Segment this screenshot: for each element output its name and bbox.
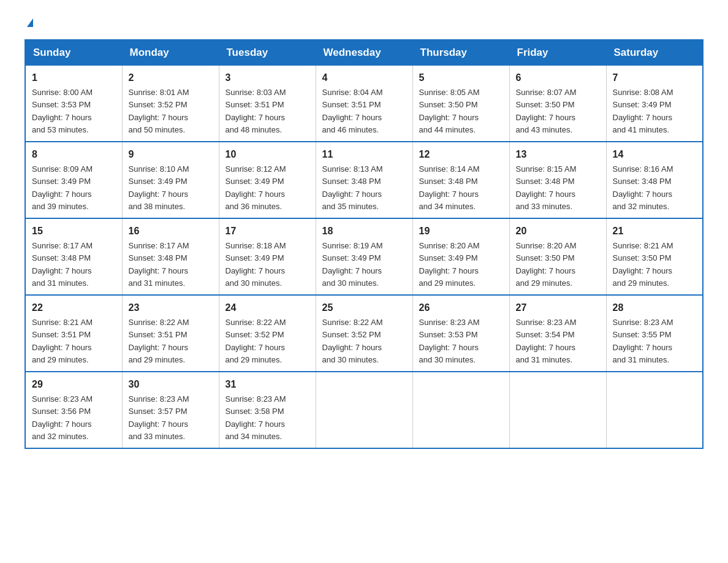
day-number: 5 [419, 71, 503, 85]
day-info: Sunrise: 8:23 AMSunset: 3:56 PMDaylight:… [32, 394, 93, 441]
day-number: 3 [226, 71, 309, 85]
calendar-day-11: 11 Sunrise: 8:13 AMSunset: 3:48 PMDaylig… [316, 142, 412, 218]
column-header-tuesday: Tuesday [219, 40, 316, 66]
calendar-empty [509, 372, 606, 448]
day-info: Sunrise: 8:21 AMSunset: 3:51 PMDaylight:… [32, 318, 93, 364]
calendar-day-26: 26 Sunrise: 8:23 AMSunset: 3:53 PMDaylig… [412, 295, 509, 372]
calendar-week-row: 29 Sunrise: 8:23 AMSunset: 3:56 PMDaylig… [25, 372, 703, 448]
calendar-day-10: 10 Sunrise: 8:12 AMSunset: 3:49 PMDaylig… [219, 142, 316, 218]
calendar-day-21: 21 Sunrise: 8:21 AMSunset: 3:50 PMDaylig… [606, 218, 703, 295]
day-number: 28 [613, 301, 697, 315]
calendar-day-4: 4 Sunrise: 8:04 AMSunset: 3:51 PMDayligh… [316, 66, 412, 142]
day-number: 18 [322, 224, 406, 239]
day-number: 4 [322, 71, 406, 85]
day-number: 9 [129, 147, 213, 162]
calendar-day-12: 12 Sunrise: 8:14 AMSunset: 3:48 PMDaylig… [412, 142, 509, 218]
day-info: Sunrise: 8:12 AMSunset: 3:49 PMDaylight:… [226, 164, 286, 211]
day-info: Sunrise: 8:09 AMSunset: 3:49 PMDaylight:… [32, 164, 93, 211]
day-info: Sunrise: 8:07 AMSunset: 3:50 PMDaylight:… [516, 88, 577, 134]
calendar-day-8: 8 Sunrise: 8:09 AMSunset: 3:49 PMDayligh… [25, 142, 122, 218]
calendar-empty [606, 372, 703, 448]
column-header-friday: Friday [509, 40, 606, 66]
calendar-day-23: 23 Sunrise: 8:22 AMSunset: 3:51 PMDaylig… [122, 295, 219, 372]
calendar-day-7: 7 Sunrise: 8:08 AMSunset: 3:49 PMDayligh… [606, 66, 703, 142]
day-info: Sunrise: 8:08 AMSunset: 3:49 PMDaylight:… [613, 88, 673, 134]
day-number: 24 [226, 301, 309, 315]
calendar-day-3: 3 Sunrise: 8:03 AMSunset: 3:51 PMDayligh… [219, 66, 316, 142]
day-info: Sunrise: 8:16 AMSunset: 3:48 PMDaylight:… [613, 164, 673, 211]
day-number: 2 [129, 71, 213, 85]
day-info: Sunrise: 8:23 AMSunset: 3:57 PMDaylight:… [129, 394, 189, 441]
day-info: Sunrise: 8:00 AMSunset: 3:53 PMDaylight:… [32, 88, 93, 134]
calendar-week-row: 1 Sunrise: 8:00 AMSunset: 3:53 PMDayligh… [25, 66, 703, 142]
calendar-day-20: 20 Sunrise: 8:20 AMSunset: 3:50 PMDaylig… [509, 218, 606, 295]
day-info: Sunrise: 8:23 AMSunset: 3:55 PMDaylight:… [613, 318, 673, 364]
calendar-header-row: SundayMondayTuesdayWednesdayThursdayFrid… [25, 40, 703, 66]
calendar-day-27: 27 Sunrise: 8:23 AMSunset: 3:54 PMDaylig… [509, 295, 606, 372]
column-header-thursday: Thursday [412, 40, 509, 66]
calendar-day-22: 22 Sunrise: 8:21 AMSunset: 3:51 PMDaylig… [25, 295, 122, 372]
day-info: Sunrise: 8:23 AMSunset: 3:58 PMDaylight:… [226, 394, 286, 441]
calendar-day-19: 19 Sunrise: 8:20 AMSunset: 3:49 PMDaylig… [412, 218, 509, 295]
day-info: Sunrise: 8:22 AMSunset: 3:52 PMDaylight:… [226, 318, 286, 364]
page-header [25, 18, 703, 27]
calendar-day-31: 31 Sunrise: 8:23 AMSunset: 3:58 PMDaylig… [219, 372, 316, 448]
calendar-day-15: 15 Sunrise: 8:17 AMSunset: 3:48 PMDaylig… [25, 218, 122, 295]
day-number: 23 [129, 301, 213, 315]
day-info: Sunrise: 8:22 AMSunset: 3:52 PMDaylight:… [322, 318, 383, 364]
calendar-day-24: 24 Sunrise: 8:22 AMSunset: 3:52 PMDaylig… [219, 295, 316, 372]
day-info: Sunrise: 8:20 AMSunset: 3:49 PMDaylight:… [419, 241, 480, 288]
calendar-week-row: 8 Sunrise: 8:09 AMSunset: 3:49 PMDayligh… [25, 142, 703, 218]
day-number: 31 [226, 377, 309, 392]
calendar-day-17: 17 Sunrise: 8:18 AMSunset: 3:49 PMDaylig… [219, 218, 316, 295]
calendar-day-5: 5 Sunrise: 8:05 AMSunset: 3:50 PMDayligh… [412, 66, 509, 142]
day-number: 21 [613, 224, 697, 239]
calendar-week-row: 22 Sunrise: 8:21 AMSunset: 3:51 PMDaylig… [25, 295, 703, 372]
day-info: Sunrise: 8:14 AMSunset: 3:48 PMDaylight:… [419, 164, 480, 211]
calendar-day-14: 14 Sunrise: 8:16 AMSunset: 3:48 PMDaylig… [606, 142, 703, 218]
day-number: 20 [516, 224, 600, 239]
day-number: 8 [32, 147, 116, 162]
calendar-day-30: 30 Sunrise: 8:23 AMSunset: 3:57 PMDaylig… [122, 372, 219, 448]
day-info: Sunrise: 8:13 AMSunset: 3:48 PMDaylight:… [322, 164, 383, 211]
calendar-week-row: 15 Sunrise: 8:17 AMSunset: 3:48 PMDaylig… [25, 218, 703, 295]
calendar-day-18: 18 Sunrise: 8:19 AMSunset: 3:49 PMDaylig… [316, 218, 412, 295]
day-info: Sunrise: 8:23 AMSunset: 3:53 PMDaylight:… [419, 318, 480, 364]
day-number: 17 [226, 224, 309, 239]
day-number: 6 [516, 71, 600, 85]
day-info: Sunrise: 8:03 AMSunset: 3:51 PMDaylight:… [226, 88, 286, 134]
day-number: 10 [226, 147, 309, 162]
day-number: 12 [419, 147, 503, 162]
day-info: Sunrise: 8:18 AMSunset: 3:49 PMDaylight:… [226, 241, 286, 288]
calendar-day-2: 2 Sunrise: 8:01 AMSunset: 3:52 PMDayligh… [122, 66, 219, 142]
day-info: Sunrise: 8:23 AMSunset: 3:54 PMDaylight:… [516, 318, 577, 364]
calendar-day-16: 16 Sunrise: 8:17 AMSunset: 3:48 PMDaylig… [122, 218, 219, 295]
column-header-sunday: Sunday [25, 40, 122, 66]
day-info: Sunrise: 8:01 AMSunset: 3:52 PMDaylight:… [129, 88, 189, 134]
calendar-table: SundayMondayTuesdayWednesdayThursdayFrid… [25, 39, 703, 449]
day-info: Sunrise: 8:20 AMSunset: 3:50 PMDaylight:… [516, 241, 577, 288]
calendar-day-25: 25 Sunrise: 8:22 AMSunset: 3:52 PMDaylig… [316, 295, 412, 372]
day-info: Sunrise: 8:19 AMSunset: 3:49 PMDaylight:… [322, 241, 383, 288]
day-number: 7 [613, 71, 697, 85]
day-info: Sunrise: 8:17 AMSunset: 3:48 PMDaylight:… [32, 241, 93, 288]
day-number: 27 [516, 301, 600, 315]
day-number: 1 [32, 71, 116, 85]
day-number: 16 [129, 224, 213, 239]
day-number: 11 [322, 147, 406, 162]
day-info: Sunrise: 8:17 AMSunset: 3:48 PMDaylight:… [129, 241, 189, 288]
column-header-monday: Monday [122, 40, 219, 66]
day-number: 22 [32, 301, 116, 315]
day-number: 14 [613, 147, 697, 162]
day-number: 25 [322, 301, 406, 315]
calendar-empty [316, 372, 412, 448]
day-info: Sunrise: 8:04 AMSunset: 3:51 PMDaylight:… [322, 88, 383, 134]
calendar-day-9: 9 Sunrise: 8:10 AMSunset: 3:49 PMDayligh… [122, 142, 219, 218]
calendar-day-28: 28 Sunrise: 8:23 AMSunset: 3:55 PMDaylig… [606, 295, 703, 372]
calendar-day-13: 13 Sunrise: 8:15 AMSunset: 3:48 PMDaylig… [509, 142, 606, 218]
calendar-day-29: 29 Sunrise: 8:23 AMSunset: 3:56 PMDaylig… [25, 372, 122, 448]
day-number: 29 [32, 377, 116, 392]
day-number: 30 [129, 377, 213, 392]
logo-triangle-icon [27, 18, 33, 27]
day-info: Sunrise: 8:10 AMSunset: 3:49 PMDaylight:… [129, 164, 189, 211]
